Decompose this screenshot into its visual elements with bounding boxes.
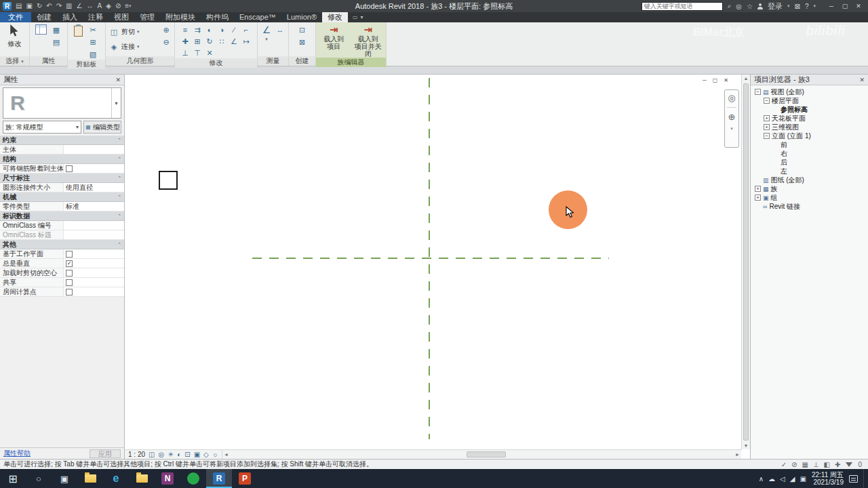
tree-item[interactable]: 前 [752, 140, 867, 149]
join-geometry-icon[interactable]: ⊕ [161, 24, 172, 35]
property-section-header[interactable]: 尺寸标注⌃ [0, 174, 124, 183]
property-value[interactable] [64, 278, 124, 287]
property-value[interactable] [64, 221, 124, 230]
tree-item[interactable]: −立面 (立面 1) [752, 131, 867, 140]
start-button[interactable]: ⊞ [0, 469, 26, 488]
mirror-pick-axis-icon[interactable]: ◐ [204, 24, 215, 35]
join-caret-icon[interactable]: ▾ [137, 44, 140, 49]
scroll-down-icon[interactable]: ▼ [744, 443, 749, 448]
horizontal-scrollbar[interactable]: ◄ ► [222, 450, 741, 459]
split-element-icon[interactable]: ∕ [229, 24, 239, 35]
property-checkbox[interactable]: ✓ [66, 260, 73, 267]
revit-icon[interactable]: R [206, 469, 232, 488]
paste-button[interactable] [71, 24, 85, 60]
expand-icon[interactable]: + [755, 195, 761, 201]
property-value[interactable] [64, 268, 124, 277]
onenote-icon[interactable]: N [155, 469, 180, 488]
join-geometry-button[interactable]: ◈ 连接 ▾ [108, 41, 140, 52]
property-section-header[interactable]: 标识数据⌃ [0, 211, 124, 221]
save-icon[interactable]: ▣ [26, 0, 32, 12]
horizontal-scroll-thumb[interactable] [467, 451, 506, 458]
property-checkbox[interactable] [66, 165, 73, 172]
tab-bimstore[interactable]: 构件坞 [201, 12, 234, 22]
default-3d-view-icon[interactable]: ◈ [106, 0, 111, 12]
section-collapse-icon[interactable]: ⌃ [117, 176, 121, 181]
file-explorer-icon[interactable] [77, 469, 103, 488]
volume-icon[interactable]: ◁ [780, 475, 785, 483]
project-browser-close-icon[interactable]: ✕ [859, 77, 865, 83]
section-collapse-icon[interactable]: ⌃ [117, 157, 121, 162]
section-collapse-icon[interactable]: ⌃ [117, 138, 121, 143]
maximize-button[interactable]: ▢ [838, 0, 852, 12]
tree-item[interactable]: +三维视图 [752, 123, 867, 131]
vertical-scroll-thumb[interactable] [743, 83, 749, 441]
filter-icon[interactable] [846, 462, 852, 467]
minimize-view-button[interactable]: ─ [703, 77, 707, 83]
trim-extend-icon[interactable]: ⌐ [241, 24, 252, 35]
property-checkbox[interactable] [66, 279, 73, 286]
tree-item[interactable]: ∞Revit 链接 [752, 202, 867, 211]
tree-item[interactable]: 后 [752, 158, 867, 167]
aligned-dimension-icon[interactable]: ↔ [87, 0, 94, 12]
help-icon[interactable]: ? [805, 3, 809, 10]
powerpoint-icon[interactable]: P [232, 469, 258, 488]
delete-icon[interactable]: ✕ [204, 47, 215, 58]
type-selector-caret-icon[interactable]: ▾ [111, 88, 121, 118]
section-collapse-icon[interactable]: ⌃ [117, 242, 121, 247]
editable-only-icon[interactable]: ✓ [781, 461, 787, 468]
family-combo-caret-icon[interactable]: ▾ [76, 124, 79, 130]
panel-label-modify[interactable]: 修改 [175, 58, 257, 68]
close-view-button[interactable]: ✕ [724, 77, 728, 83]
collapse-icon[interactable]: − [764, 98, 770, 104]
navbar-caret-icon[interactable]: ▾ [730, 126, 733, 131]
dimension-icon[interactable]: ↔ [275, 24, 285, 35]
tab-file[interactable]: 文件 [0, 12, 31, 22]
action-center-icon[interactable] [849, 475, 858, 483]
tree-item[interactable]: +天花板平面 [752, 114, 867, 123]
edge-icon[interactable]: e [103, 469, 129, 488]
edit-type-button[interactable]: ▦ 编辑类型 [83, 121, 121, 134]
open-icon[interactable]: ▤ [16, 0, 22, 12]
rotate-icon[interactable]: ↻ [204, 36, 215, 47]
favorites-star-icon[interactable]: ☆ [747, 3, 753, 10]
ribbon-display-toggle-icon[interactable]: ▭ [353, 14, 358, 20]
cut-caret-icon[interactable]: ▾ [137, 29, 140, 35]
apply-button[interactable]: 应用 [90, 449, 121, 458]
reference-plane-horizontal[interactable] [252, 258, 609, 259]
tree-item[interactable]: −▤视图 (全部) [752, 87, 867, 96]
property-section-header[interactable]: 其他⌃ [0, 240, 124, 249]
section-collapse-icon[interactable]: ⌃ [117, 214, 121, 219]
tab-modify[interactable]: 修改 [322, 12, 348, 22]
property-section-header[interactable]: 机械⌃ [0, 192, 124, 202]
tree-item[interactable]: ▥图纸 (全部) [752, 176, 867, 184]
property-value[interactable] [64, 249, 124, 258]
undo-icon[interactable]: ↶ [46, 0, 52, 12]
family-type-combo[interactable]: 族: 常规模型 ▾ [3, 121, 81, 134]
properties-palette-button[interactable] [33, 24, 49, 56]
type-selector[interactable]: R ▾ [3, 87, 121, 119]
property-value[interactable]: 标准 [64, 202, 124, 211]
extend-icon[interactable]: ↦ [241, 36, 252, 47]
filter-count[interactable]: 0 [858, 461, 862, 468]
clock[interactable]: 22:11 周五 2021/3/19 [812, 471, 844, 486]
vertical-scrollbar[interactable]: ▲ ▼ [741, 75, 750, 449]
collapse-icon[interactable]: − [764, 133, 770, 139]
steering-wheel-icon[interactable]: ◎ [728, 94, 735, 102]
property-checkbox[interactable] [66, 251, 73, 258]
property-section-header[interactable]: 约束⌃ [0, 136, 124, 145]
tab-manage[interactable]: 管理 [134, 12, 160, 22]
expand-icon[interactable]: + [764, 115, 770, 121]
view-scale[interactable]: 1 : 20 [128, 451, 145, 458]
qat-customize-caret-icon[interactable]: ▾ [129, 3, 132, 9]
pin-icon[interactable]: ⊥ [180, 47, 191, 58]
select-by-face-toggle-icon[interactable]: ◧ [824, 461, 830, 468]
family-category-icon[interactable]: ▦ [51, 24, 62, 35]
load-into-project-button[interactable]: ⇥ 载入到 项目 [319, 24, 349, 58]
expand-icon[interactable]: + [755, 186, 761, 192]
tab-annotate[interactable]: 注释 [83, 12, 108, 22]
revit-app-logo[interactable]: R [3, 2, 12, 11]
tab-enscape[interactable]: Enscape™ [234, 12, 281, 22]
sign-in-caret-icon[interactable]: ▾ [787, 3, 790, 9]
panel-label-family-editor[interactable]: 族编辑器 [316, 58, 386, 67]
properties-close-icon[interactable]: ✕ [115, 77, 121, 83]
